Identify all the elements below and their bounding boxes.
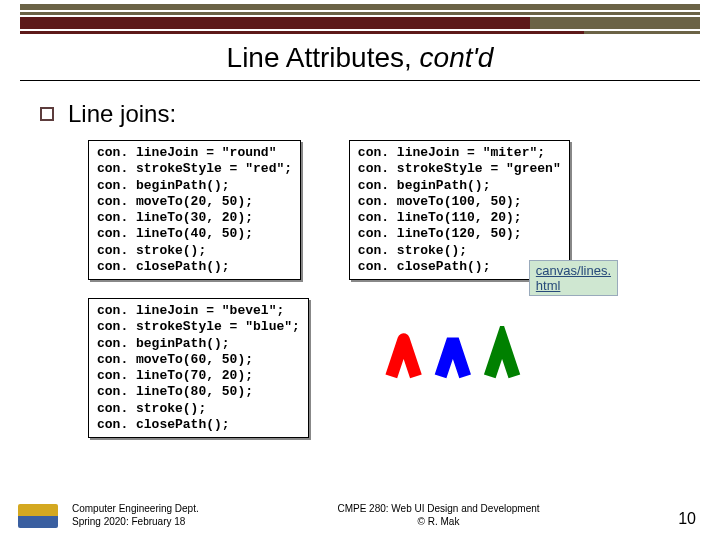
link-canvas-lines[interactable]: canvas/lines. html bbox=[529, 260, 618, 296]
bullet-icon bbox=[40, 107, 54, 121]
bullet-line-joins: Line joins: bbox=[40, 100, 690, 128]
title-base: Line Attributes, bbox=[227, 42, 420, 73]
bullet-text: Line joins: bbox=[68, 100, 176, 128]
slide-title: Line Attributes, cont'd bbox=[0, 42, 720, 74]
title-rule bbox=[20, 80, 700, 81]
linejoin-demo-canvas bbox=[379, 326, 570, 400]
code-block-round: con. lineJoin = "round" con. strokeStyle… bbox=[88, 140, 301, 280]
footer-left: Computer Engineering Dept. Spring 2020: … bbox=[72, 502, 199, 528]
footer-center: CMPE 280: Web UI Design and Development … bbox=[199, 502, 678, 528]
sjsu-logo-icon bbox=[18, 504, 58, 528]
linejoin-shape-round bbox=[391, 339, 416, 376]
footer-date: Spring 2020: February 18 bbox=[72, 515, 199, 528]
linejoin-shape-bevel bbox=[440, 339, 465, 376]
code-block-bevel: con. lineJoin = "bevel"; con. strokeStyl… bbox=[88, 298, 309, 438]
page-number: 10 bbox=[678, 510, 696, 528]
linejoin-shape-miter bbox=[490, 339, 515, 376]
footer-dept: Computer Engineering Dept. bbox=[72, 502, 199, 515]
footer-course: CMPE 280: Web UI Design and Development bbox=[199, 502, 678, 515]
decorative-header-bars bbox=[20, 4, 700, 34]
title-italic: cont'd bbox=[420, 42, 494, 73]
footer-author: © R. Mak bbox=[199, 515, 678, 528]
code-block-miter: con. lineJoin = "miter"; con. strokeStyl… bbox=[349, 140, 570, 280]
